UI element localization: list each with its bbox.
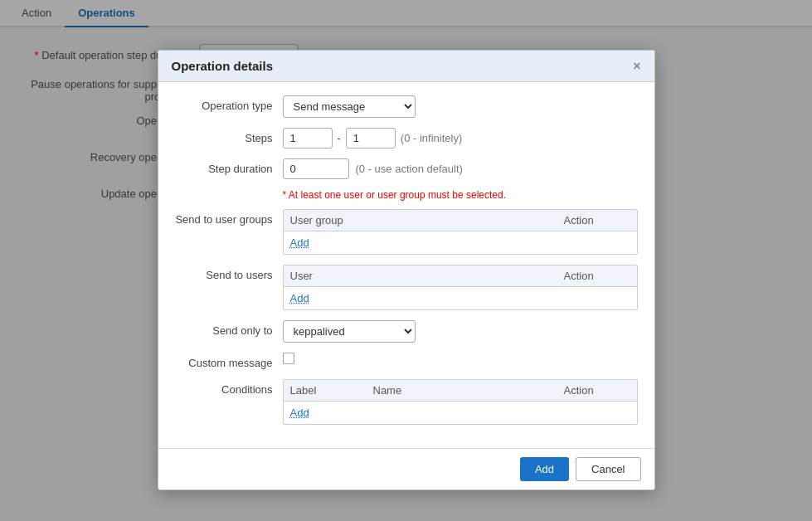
steps-separator: - (338, 132, 341, 144)
modal-overlay: Operation details × Operation type Send … (0, 0, 812, 521)
send-to-users-label: Send to users (175, 265, 283, 281)
page-background: Action Operations Default operation step… (0, 0, 812, 521)
conditions-table: Label Name Action Add (283, 379, 638, 425)
custom-message-row: Custom message (175, 353, 638, 369)
conditions-field: Label Name Action Add (283, 379, 638, 425)
conditions-label-col: Label (290, 384, 373, 397)
user-groups-table: User group Action Add (283, 209, 638, 255)
operation-type-field: Send message Remote command (283, 95, 638, 118)
send-to-user-groups-field: User group Action Add (283, 209, 638, 255)
steps-to-input[interactable] (346, 128, 396, 149)
users-table-body: Add (284, 287, 637, 309)
send-to-user-groups-row: Send to user groups User group Action Ad… (175, 209, 638, 255)
operation-type-select[interactable]: Send message Remote command (283, 95, 416, 118)
users-table-header: User Action (284, 265, 637, 287)
users-table: User Action Add (283, 265, 638, 310)
send-only-to-select[interactable]: keppalived Jabber Email SMS (283, 320, 416, 343)
conditions-action-col: Action (564, 384, 630, 397)
conditions-table-header: Label Name Action (284, 380, 637, 402)
modal-title: Operation details (172, 59, 274, 73)
user-groups-table-body: Add (284, 231, 637, 254)
warning-message: * At least one user or user group must b… (283, 189, 638, 201)
modal-header: Operation details × (158, 51, 654, 82)
modal-footer: Add Cancel (158, 448, 654, 489)
custom-message-checkbox[interactable] (283, 353, 294, 364)
conditions-add-link[interactable]: Add (290, 407, 309, 419)
user-col-header: User (290, 270, 564, 282)
step-duration-hint: (0 - use action default) (356, 163, 463, 175)
steps-hint: (0 - infinitely) (401, 132, 462, 144)
conditions-label: Conditions (175, 379, 283, 396)
custom-message-label: Custom message (175, 353, 283, 369)
user-group-action-col-header: Action (564, 214, 630, 226)
conditions-table-body: Add (284, 402, 637, 424)
custom-message-field (283, 353, 638, 364)
user-groups-table-header: User group Action (284, 210, 637, 231)
steps-from-input[interactable] (283, 128, 333, 149)
conditions-name-col: Name (373, 384, 564, 397)
modal-cancel-button[interactable]: Cancel (576, 457, 640, 481)
step-duration-label: Step duration (175, 158, 283, 175)
step-duration-row: Step duration (0 - use action default) (175, 158, 638, 179)
send-to-user-groups-label: Send to user groups (175, 209, 283, 226)
steps-row: Steps - (0 - infinitely) (175, 128, 638, 149)
steps-label: Steps (175, 128, 283, 144)
conditions-row: Conditions Label Name Action Add (175, 379, 638, 425)
user-action-col-header: Action (564, 270, 630, 282)
send-to-users-field: User Action Add (283, 265, 638, 310)
steps-field: - (0 - infinitely) (283, 128, 638, 149)
operation-type-label: Operation type (175, 95, 283, 112)
modal-close-button[interactable]: × (633, 60, 640, 73)
user-group-col-header: User group (290, 214, 564, 226)
operation-type-row: Operation type Send message Remote comma… (175, 95, 638, 118)
modal-body: Operation type Send message Remote comma… (158, 82, 654, 448)
send-to-users-row: Send to users User Action Add (175, 265, 638, 310)
operation-details-modal: Operation details × Operation type Send … (158, 50, 655, 490)
send-only-to-row: Send only to keppalived Jabber Email SMS (175, 320, 638, 343)
step-duration-field: (0 - use action default) (283, 158, 638, 179)
send-only-to-field: keppalived Jabber Email SMS (283, 320, 638, 343)
send-only-to-label: Send only to (175, 320, 283, 337)
modal-add-button[interactable]: Add (520, 457, 569, 481)
step-duration-input[interactable] (283, 158, 349, 179)
user-groups-add-link[interactable]: Add (290, 236, 309, 249)
users-add-link[interactable]: Add (290, 292, 309, 304)
